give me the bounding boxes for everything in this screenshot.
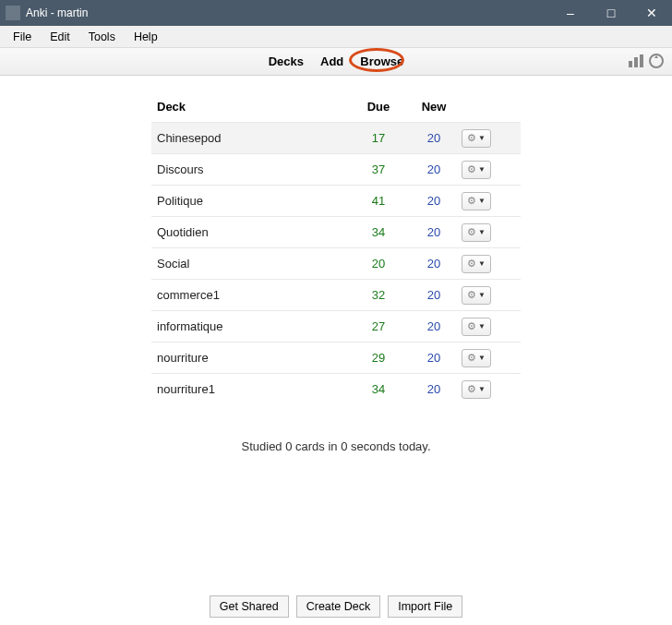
deck-options-button[interactable]: ⚙▼ [462, 286, 491, 305]
deck-new: 20 [406, 131, 462, 145]
chevron-down-icon: ▼ [478, 291, 486, 299]
deck-options-button[interactable]: ⚙▼ [462, 318, 491, 336]
minimize-button[interactable]: – [550, 0, 591, 26]
deck-new: 20 [406, 225, 462, 239]
chevron-down-icon: ▼ [478, 165, 486, 174]
gear-icon: ⚙ [467, 289, 476, 301]
deck-new: 20 [406, 351, 462, 365]
tab-decks[interactable]: Decks [269, 54, 304, 68]
svg-rect-0 [629, 61, 632, 67]
deck-due: 27 [351, 319, 406, 333]
column-deck-header: Deck [157, 100, 351, 114]
deck-due: 20 [351, 257, 406, 270]
gear-icon: ⚙ [467, 163, 476, 175]
column-due-header: Due [351, 100, 406, 114]
menu-edit[interactable]: Edit [41, 29, 79, 45]
gear-icon: ⚙ [467, 320, 476, 332]
deck-due: 32 [351, 288, 406, 302]
deck-due: 29 [351, 351, 406, 365]
deck-new: 20 [406, 382, 462, 396]
import-file-button[interactable]: Import File [388, 595, 462, 618]
study-summary: Studied 0 cards in 0 seconds today. [0, 439, 672, 453]
deck-due: 34 [351, 382, 406, 396]
toolbar-right-icons [628, 53, 665, 69]
window-title: Anki - martin [26, 6, 88, 19]
deck-options-button[interactable]: ⚙▼ [462, 380, 491, 399]
deck-name[interactable]: Quotidien [157, 225, 351, 239]
tab-add[interactable]: Add [320, 54, 343, 68]
svg-rect-2 [640, 54, 643, 67]
deck-options-button[interactable]: ⚙▼ [462, 349, 491, 367]
deck-due: 34 [351, 225, 406, 239]
deck-row[interactable]: Social2020⚙▼ [151, 247, 521, 279]
deck-options-button[interactable]: ⚙▼ [462, 192, 491, 210]
deck-row[interactable]: nourriture13420⚙▼ [151, 373, 521, 404]
maximize-button[interactable]: □ [591, 0, 631, 26]
titlebar: Anki - martin – □ ✕ [0, 0, 672, 26]
deck-due: 41 [351, 194, 406, 208]
deck-row[interactable]: Discours3720⚙▼ [151, 153, 521, 185]
get-shared-button[interactable]: Get Shared [210, 595, 289, 618]
deck-table-header: Deck Due New [151, 90, 521, 122]
deck-new: 20 [406, 288, 462, 302]
menu-help[interactable]: Help [125, 29, 167, 45]
menu-file[interactable]: File [4, 29, 41, 45]
deck-new: 20 [406, 319, 462, 333]
menu-tools[interactable]: Tools [79, 29, 125, 45]
window-controls: – □ ✕ [550, 0, 672, 26]
deck-row[interactable]: informatique2720⚙▼ [151, 310, 521, 342]
chevron-down-icon: ▼ [478, 197, 486, 205]
deck-name[interactable]: informatique [157, 319, 351, 333]
deck-name[interactable]: commerce1 [157, 288, 351, 302]
close-button[interactable]: ✕ [631, 0, 672, 26]
stats-icon[interactable] [628, 54, 644, 68]
deck-name[interactable]: Social [157, 257, 351, 270]
footer: Get Shared Create Deck Import File [0, 595, 672, 618]
chevron-down-icon: ▼ [478, 228, 486, 236]
deck-name[interactable]: Politique [157, 194, 351, 208]
deck-new: 20 [406, 194, 462, 208]
deck-options-button[interactable]: ⚙▼ [462, 161, 491, 179]
deck-table: Deck Due New Chinesepod1720⚙▼Discours372… [151, 90, 521, 404]
chevron-down-icon: ▼ [478, 134, 486, 142]
deck-name[interactable]: nourriture [157, 351, 351, 365]
column-new-header: New [406, 100, 462, 114]
menubar: File Edit Tools Help [0, 26, 672, 48]
toolbar: Decks Add Browse [0, 48, 672, 76]
gear-icon: ⚙ [467, 195, 476, 207]
deck-options-button[interactable]: ⚙▼ [462, 129, 491, 148]
deck-options-button[interactable]: ⚙▼ [462, 255, 491, 273]
chevron-down-icon: ▼ [478, 354, 486, 362]
deck-row[interactable]: commerce13220⚙▼ [151, 279, 521, 310]
deck-due: 17 [351, 131, 406, 145]
sync-icon[interactable] [648, 53, 665, 69]
app-icon [6, 6, 20, 20]
deck-name[interactable]: Chinesepod [157, 131, 351, 145]
deck-new: 20 [406, 162, 462, 176]
svg-rect-1 [634, 57, 638, 67]
deck-row[interactable]: Quotidien3420⚙▼ [151, 216, 521, 247]
gear-icon: ⚙ [467, 258, 476, 270]
gear-icon: ⚙ [467, 383, 476, 395]
deck-options-button[interactable]: ⚙▼ [462, 223, 491, 242]
deck-name[interactable]: nourriture1 [157, 382, 351, 396]
gear-icon: ⚙ [467, 352, 476, 364]
deck-due: 37 [351, 162, 406, 176]
deck-row[interactable]: nourriture2920⚙▼ [151, 342, 521, 373]
create-deck-button[interactable]: Create Deck [296, 595, 380, 618]
deck-row[interactable]: Politique4120⚙▼ [151, 185, 521, 216]
chevron-down-icon: ▼ [478, 322, 486, 331]
browse-highlight-annotation [349, 48, 404, 72]
chevron-down-icon: ▼ [478, 385, 486, 393]
gear-icon: ⚙ [467, 132, 476, 144]
content: Deck Due New Chinesepod1720⚙▼Discours372… [0, 76, 672, 588]
deck-name[interactable]: Discours [157, 162, 351, 176]
deck-row[interactable]: Chinesepod1720⚙▼ [151, 122, 521, 153]
chevron-down-icon: ▼ [478, 259, 486, 268]
deck-new: 20 [406, 257, 462, 270]
gear-icon: ⚙ [467, 226, 476, 238]
